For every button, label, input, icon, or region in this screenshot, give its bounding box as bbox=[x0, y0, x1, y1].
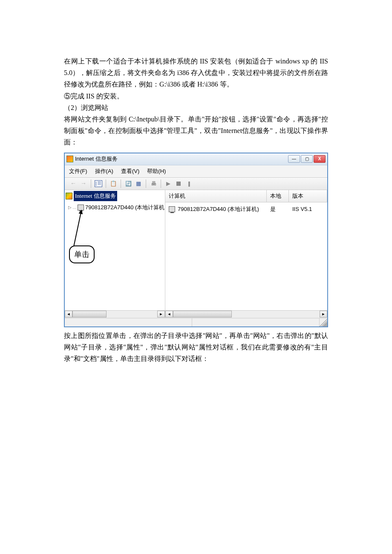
separator bbox=[121, 179, 121, 188]
app-icon bbox=[66, 156, 73, 162]
list-row[interactable]: 790812B72A7D440 (本地计算机) 是 IIS V5.1 bbox=[165, 202, 327, 216]
scroll-track[interactable] bbox=[72, 311, 157, 317]
refresh-button[interactable] bbox=[124, 179, 133, 188]
cell-local: 是 bbox=[267, 203, 289, 215]
paragraph-1: 在网上下载一个适合于本计算机操作系统的 IIS 安装包（例如适合于 window… bbox=[64, 55, 328, 90]
minimize-button[interactable]: — bbox=[288, 155, 300, 163]
resize-grip[interactable] bbox=[320, 318, 327, 326]
expand-icon[interactable]: ▷ bbox=[68, 204, 72, 211]
menu-action[interactable]: 操作(A) bbox=[95, 167, 113, 176]
paragraph-3: （2）浏览网站 bbox=[64, 102, 328, 113]
list-button[interactable] bbox=[134, 179, 143, 188]
titlebar[interactable]: Internet 信息服务 — ▢ X bbox=[65, 153, 327, 165]
menubar: 文件(F) 操作(A) 查看(V) 帮助(H) bbox=[65, 165, 327, 178]
window-title: Internet 信息服务 bbox=[75, 154, 118, 164]
menu-help[interactable]: 帮助(H) bbox=[147, 167, 166, 176]
list-pane: 计算机 本地 版本 790812B72A7D440 (本地计算机) 是 IIS … bbox=[165, 190, 327, 318]
scroll-thumb[interactable] bbox=[173, 311, 232, 317]
tree-root-label: Internet 信息服务 bbox=[74, 191, 117, 201]
content-area: Internet 信息服务 ▷ … 790812B72A7D440 (本地计算机… bbox=[65, 190, 327, 318]
tree-computer-label: 790812B72A7D440 (本地计算机 bbox=[85, 203, 164, 212]
annotation-label: 单击 bbox=[69, 245, 95, 264]
menu-view[interactable]: 查看(V) bbox=[121, 167, 139, 176]
back-button[interactable]: ← bbox=[69, 179, 78, 188]
export-button[interactable] bbox=[149, 179, 158, 188]
close-button[interactable]: X bbox=[314, 155, 326, 163]
pause-button[interactable]: || bbox=[184, 179, 193, 188]
iis-window: Internet 信息服务 — ▢ X 文件(F) 操作(A) 查看(V) 帮助… bbox=[64, 153, 328, 327]
start-button[interactable]: ▶ bbox=[164, 179, 173, 188]
tree-view-button[interactable] bbox=[94, 179, 103, 188]
computer-icon bbox=[169, 206, 175, 212]
forward-button[interactable]: → bbox=[79, 179, 88, 188]
toolbar: ← → ▶ || bbox=[65, 178, 327, 190]
paragraph-4: 将网站文件夹复制到 C:\Inetpub\目录下。单击"开始"按钮，选择"设置"… bbox=[64, 113, 328, 148]
iis-icon bbox=[66, 193, 72, 199]
column-local[interactable]: 本地 bbox=[267, 190, 289, 202]
tree-root-node[interactable]: Internet 信息服务 bbox=[65, 190, 165, 202]
stop-button[interactable] bbox=[174, 179, 183, 188]
column-computer[interactable]: 计算机 bbox=[165, 190, 267, 202]
maximize-button[interactable]: ▢ bbox=[301, 155, 313, 163]
status-cell bbox=[192, 318, 320, 326]
tree-pane: Internet 信息服务 ▷ … 790812B72A7D440 (本地计算机… bbox=[65, 190, 165, 318]
separator bbox=[161, 179, 161, 188]
paragraph-5: 按上图所指位置单击，在弹出的子目录中选择"网站"，再单击"网站"，右击弹出的"默… bbox=[64, 330, 328, 365]
cell-computer: 790812B72A7D440 (本地计算机) bbox=[178, 205, 259, 214]
menu-file[interactable]: 文件(F) bbox=[69, 167, 87, 176]
column-version[interactable]: 版本 bbox=[289, 190, 327, 202]
scroll-thumb[interactable] bbox=[72, 311, 107, 317]
scroll-track[interactable] bbox=[173, 311, 320, 317]
annotation-arrow bbox=[73, 210, 82, 247]
separator bbox=[146, 179, 146, 188]
paragraph-2: ⑤完成 IIS 的安装。 bbox=[64, 90, 328, 102]
separator bbox=[91, 179, 91, 188]
scroll-right-button[interactable]: ► bbox=[320, 311, 327, 317]
cell-version: IIS V5.1 bbox=[289, 203, 327, 215]
scroll-right-button[interactable]: ► bbox=[157, 311, 165, 317]
status-cell bbox=[65, 318, 192, 326]
left-scrollbar[interactable]: ◄ ► bbox=[65, 310, 165, 318]
scroll-left-button[interactable]: ◄ bbox=[65, 311, 72, 317]
separator bbox=[106, 179, 106, 188]
statusbar bbox=[65, 318, 327, 326]
properties-button[interactable] bbox=[109, 179, 118, 188]
right-scrollbar[interactable]: ◄ ► bbox=[165, 310, 327, 318]
scroll-left-button[interactable]: ◄ bbox=[165, 311, 173, 317]
list-header: 计算机 本地 版本 bbox=[165, 190, 327, 202]
